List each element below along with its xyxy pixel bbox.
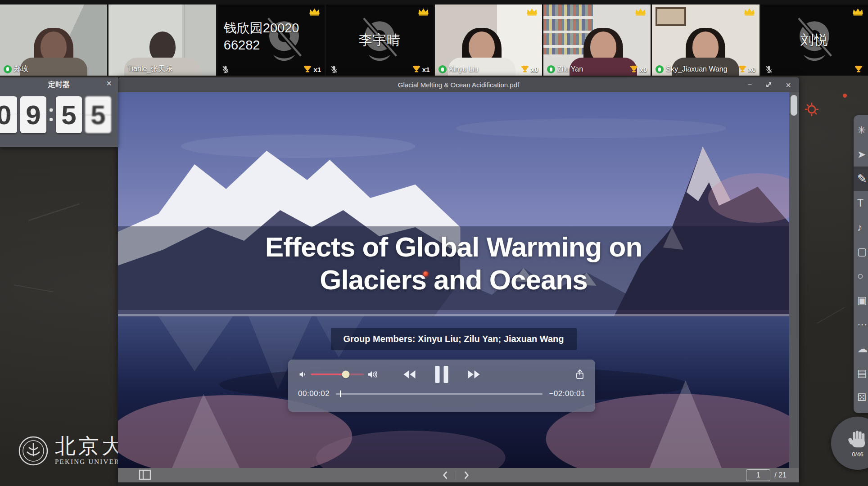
participants-video-strip: 郑玫 Tianle_张天乐 钱欣园20020 66282 (0, 0, 868, 76)
pause-button[interactable] (435, 366, 448, 383)
trophy-count: x1 (422, 66, 430, 73)
volume-slider[interactable] (311, 374, 364, 375)
participant-tile-liuyue[interactable]: 刘悦 (761, 4, 868, 76)
timer-title: 定时器 (48, 80, 70, 90)
laser-pointer-icon[interactable]: ✳ (854, 118, 868, 142)
share-button[interactable] (575, 369, 584, 380)
laser-pointer-dot (423, 271, 428, 276)
shape-tool-icon[interactable]: ○ (854, 264, 868, 288)
seek-bar[interactable] (336, 393, 542, 395)
crown-icon (634, 7, 646, 16)
participant-tile-jiaxuanwang[interactable]: Sky_Jiaxuan Wang x0 (652, 4, 759, 76)
red-chalk-dot (843, 94, 847, 98)
whiteboard-toolbar: ✳ ➤ ✎ T ♪ ▢ ○ ▣ ⋯ ☁ ▤ ⚄ (854, 115, 868, 413)
pdf-scrollbar[interactable] (789, 92, 799, 468)
chalk-mark (817, 307, 845, 324)
crown-icon (526, 7, 538, 16)
maximize-button[interactable] (765, 81, 772, 88)
page-total-label: / 21 (774, 471, 787, 479)
flip-digit: 0 (0, 96, 17, 133)
participant-tile-liyuqing[interactable]: 李宇晴 x1 (326, 4, 433, 76)
participant-name-label: Tianle_张天乐 (127, 64, 172, 74)
select-arrow-icon[interactable]: ➤ (854, 142, 868, 166)
crown-icon (852, 7, 864, 16)
pdf-viewer-window: Glacial Melting & Ocean Acidification.pd… (118, 77, 799, 486)
timer-close-button[interactable]: × (106, 78, 112, 89)
nav-divider (456, 471, 456, 480)
participant-name-label: Sky_Jiaxuan Wang (666, 65, 727, 73)
sidebar-toggle-button[interactable] (139, 469, 151, 480)
trophy-icon (738, 65, 747, 74)
participant-tile-zhengmei[interactable]: 郑玫 (0, 4, 107, 76)
group-members-text: Group Members: Xinyu Liu; Zilu Yan; Jiax… (343, 334, 564, 344)
flip-digit: 9 (20, 96, 46, 133)
slide-title: Effects of Global Warming on Glaciers an… (118, 231, 789, 296)
participant-tile-ziluyan[interactable]: Zilu Yan x0 (543, 4, 651, 76)
trophy-count: x1 (313, 66, 321, 73)
participant-tile-tianle[interactable]: Tianle_张天乐 (108, 4, 216, 76)
participant-name-display: 钱欣园20020 66282 (224, 20, 299, 54)
trophy-icon (854, 65, 863, 74)
cloud-icon[interactable]: ☁ (854, 337, 868, 361)
pdf-scrollbar-thumb[interactable] (791, 95, 797, 116)
pen-icon[interactable]: ✎ (854, 166, 868, 191)
previous-page-button[interactable] (441, 470, 449, 480)
background-picture-frame (656, 7, 686, 26)
participant-tile-xinyuliu[interactable]: Xinyu Liu x0 (435, 4, 542, 76)
audio-on-badge-icon (4, 65, 12, 73)
screenshot-icon[interactable]: ▢ (854, 239, 868, 264)
mic-muted-icon (330, 65, 339, 74)
trophy-icon (412, 65, 421, 74)
participant-name-label: Zilu Yan (557, 65, 583, 73)
image-tool-icon[interactable]: ▣ (854, 288, 868, 312)
fast-forward-button[interactable] (466, 369, 482, 379)
curve-tool-icon[interactable]: ♪ (854, 215, 868, 239)
participant-name-display: 李宇晴 (326, 31, 433, 50)
window-bottom-edge (118, 482, 799, 486)
flip-clock-colon (50, 108, 53, 121)
page-number-input[interactable]: 1 (746, 469, 770, 481)
more-tools-icon[interactable]: ⋯ (854, 312, 868, 337)
timer-panel: 定时器 × 0 9 5 5 (0, 77, 118, 147)
pku-seal-icon (18, 436, 49, 466)
flip-digit: 5 (56, 96, 82, 133)
text-tool-icon[interactable]: T (854, 191, 868, 215)
next-page-button[interactable] (462, 470, 470, 480)
trophy-count: x0 (640, 66, 647, 73)
window-close-button[interactable]: × (786, 81, 791, 90)
crown-icon (743, 7, 755, 16)
rewind-button[interactable] (402, 369, 417, 379)
participant-tile-qianxinyuan[interactable]: 钱欣园20020 66282 x1 (217, 4, 325, 76)
random-pick-icon[interactable]: ⚄ (854, 385, 868, 410)
volume-slider-knob[interactable] (342, 371, 349, 378)
trophy-count: x0 (748, 66, 756, 73)
participant-name-label: 郑玫 (14, 64, 28, 74)
minimize-button[interactable]: − (747, 81, 752, 89)
trophy-count: x0 (531, 66, 538, 73)
trophy-icon (520, 65, 529, 74)
toolbox-icon[interactable]: ▤ (854, 361, 868, 385)
audio-on-badge-icon (656, 65, 664, 73)
volume-low-icon (299, 370, 307, 378)
audio-on-badge-icon (439, 65, 447, 73)
remaining-time: −02:00:01 (549, 389, 585, 398)
elapsed-time: 00:00:02 (298, 389, 330, 398)
slide-subtitle-bar: Group Members: Xinyu Liu; Zilu Yan; Jiax… (330, 328, 576, 350)
crown-icon (417, 7, 429, 16)
pdf-bottom-toolbar: 1 / 21 (118, 468, 799, 482)
crown-icon (308, 7, 321, 16)
playhead[interactable] (340, 391, 341, 397)
slide-page: Effects of Global Warming on Glaciers an… (118, 92, 789, 468)
audio-on-badge-icon (547, 65, 555, 73)
red-chalk-sun-doodle (803, 101, 820, 118)
window-title: Glacial Melting & Ocean Acidification.pd… (118, 81, 799, 89)
media-player-controls: 00:00:02 −02:00:01 (288, 360, 595, 412)
window-titlebar[interactable]: Glacial Melting & Ocean Acidification.pd… (118, 77, 799, 92)
chalk-mark (14, 284, 54, 292)
participant-name-display: 刘悦 (761, 31, 868, 50)
trophy-icon (629, 65, 638, 74)
participant-name-label: Xinyu Liu (449, 65, 479, 73)
chalk-mark (28, 203, 80, 221)
flip-digit-flipping: 5 (85, 96, 111, 133)
flip-clock: 0 9 5 5 (0, 92, 118, 133)
